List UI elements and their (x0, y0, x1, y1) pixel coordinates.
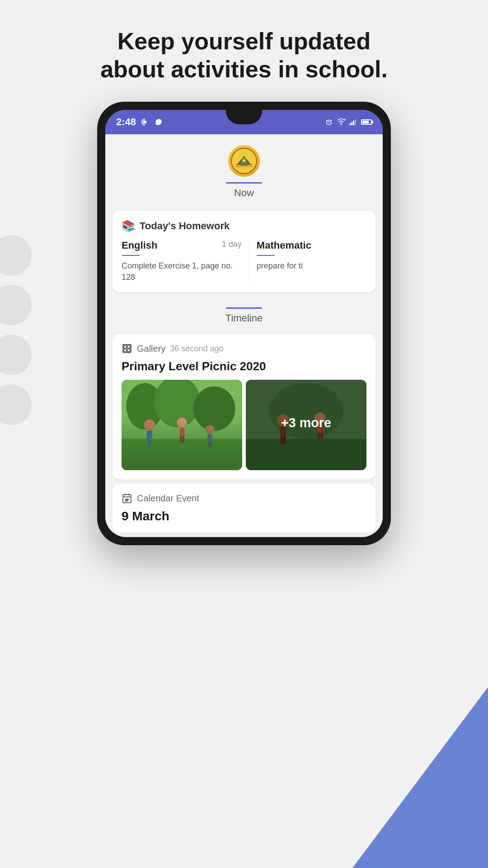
gallery-type: Gallery (137, 344, 165, 354)
svg-text:27: 27 (126, 499, 129, 501)
calendar-date: 9 March (122, 509, 366, 524)
alarm-icon (325, 118, 333, 126)
bg-circle-4 (0, 384, 32, 425)
svg-point-19 (193, 387, 235, 431)
svg-rect-27 (180, 436, 182, 443)
battery-icon (361, 119, 372, 125)
svg-rect-14 (124, 349, 127, 352)
status-bar-left: 2:48 (116, 116, 163, 128)
homework-english[interactable]: English 1 day Complete Exercise 1, page … (122, 240, 242, 283)
svg-rect-28 (183, 436, 184, 443)
gallery-photo-2[interactable]: +3 more (246, 380, 366, 470)
svg-rect-13 (127, 345, 130, 348)
math-subject: Mathematic (257, 240, 311, 251)
bg-circle-2 (0, 285, 32, 326)
gallery-icon (122, 343, 132, 354)
svg-rect-22 (146, 430, 152, 440)
svg-point-10 (242, 158, 246, 162)
headline-line2: about activities in school. (100, 56, 388, 82)
timeline-tab-line (226, 307, 262, 309)
svg-point-0 (144, 120, 147, 123)
math-desc: prepare for ti (257, 261, 303, 270)
homework-card-header: 📚 Today's Homework (122, 220, 366, 232)
english-header: English 1 day (122, 240, 242, 253)
phone-screen: 2:48 (105, 110, 383, 537)
svg-text:+3 more: +3 more (281, 415, 331, 430)
phone-frame: 2:48 (97, 102, 391, 545)
homework-card: 📚 Today's Homework English 1 day Complet… (113, 211, 375, 292)
svg-rect-31 (208, 442, 210, 447)
svg-rect-6 (353, 121, 354, 125)
school-header: Now (105, 134, 383, 206)
now-tab-label: Now (234, 187, 254, 199)
gallery-time: 36 second ago (170, 344, 223, 354)
english-due: 1 day (222, 240, 242, 249)
calendar-meta: 27 Calendar Event (122, 493, 366, 504)
svg-rect-20 (122, 439, 242, 470)
svg-point-2 (341, 124, 342, 125)
gallery-title: Primary Level Picnic 2020 (122, 359, 366, 373)
timeline-tab-label: Timeline (225, 312, 263, 324)
timeline-section: Timeline (105, 297, 383, 330)
whatsapp-icon (154, 118, 163, 127)
page-header: Keep yourself updated about activities i… (0, 0, 488, 102)
app-content: Now 📚 Today's Homework English 1 day (105, 134, 383, 533)
school-logo (228, 145, 260, 177)
english-underline (122, 255, 140, 256)
gallery-card[interactable]: Gallery 36 second ago Primary Level Picn… (113, 334, 375, 479)
english-desc: Complete Exercise 1, page no. 128 (122, 261, 233, 282)
svg-rect-26 (179, 428, 184, 436)
gallery-meta: Gallery 36 second ago (122, 343, 366, 354)
homework-card-title: Today's Homework (140, 220, 230, 232)
svg-rect-15 (127, 349, 130, 352)
homework-row: English 1 day Complete Exercise 1, page … (122, 240, 366, 283)
svg-rect-30 (207, 434, 212, 442)
bg-circle-3 (0, 335, 32, 375)
svg-rect-4 (349, 123, 351, 125)
bg-circle-1 (0, 235, 32, 276)
svg-point-29 (205, 425, 215, 434)
homework-math[interactable]: Mathematic prepare for ti (249, 240, 366, 283)
svg-rect-5 (351, 122, 352, 125)
bg-triangle (352, 687, 488, 868)
now-tab[interactable]: Now (226, 182, 262, 199)
svg-rect-23 (148, 440, 150, 446)
homework-icon: 📚 (122, 220, 135, 232)
svg-rect-7 (355, 119, 356, 125)
svg-point-25 (177, 418, 187, 428)
headline-line1: Keep yourself updated (117, 28, 371, 54)
gallery-images: +3 more (122, 380, 366, 470)
calendar-icon: 27 (122, 493, 132, 504)
math-underline (257, 255, 275, 256)
svg-rect-32 (210, 442, 212, 447)
now-tab-line (226, 182, 262, 184)
math-header: Mathematic (257, 240, 366, 253)
timeline-tab[interactable]: Timeline (225, 307, 263, 324)
calendar-type: Calendar Event (137, 493, 199, 504)
calendar-card[interactable]: 27 Calendar Event 9 March (113, 484, 375, 533)
svg-rect-24 (150, 440, 151, 446)
status-time: 2:48 (116, 116, 136, 128)
wifi-icon (337, 118, 346, 126)
svg-point-21 (144, 420, 155, 431)
podcast-icon (141, 118, 150, 127)
signal-icon (349, 119, 357, 125)
gallery-photo-1[interactable] (122, 380, 242, 470)
svg-point-18 (154, 380, 201, 427)
english-subject: English (122, 240, 157, 251)
svg-rect-12 (124, 345, 127, 348)
status-bar-right (325, 118, 372, 126)
